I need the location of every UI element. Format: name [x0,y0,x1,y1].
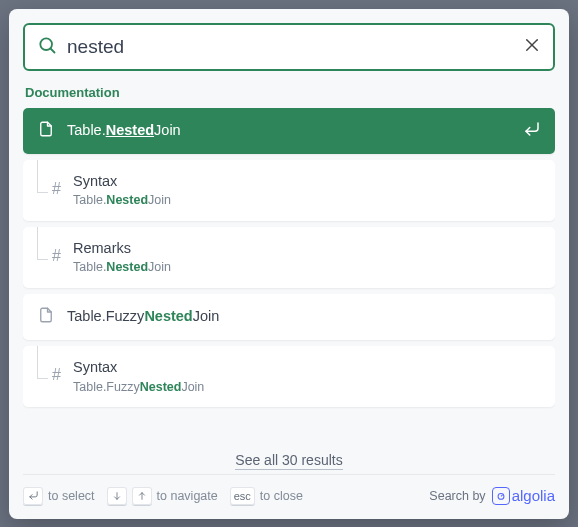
esc-key-icon: esc [230,487,255,505]
svg-line-1 [51,48,55,52]
result-item[interactable]: #RemarksTable.NestedJoin [23,227,555,288]
svg-point-6 [498,493,504,499]
result-breadcrumb: Table.FuzzyNestedJoin [73,379,541,395]
footer: to select to navigate esc to close Searc… [23,474,555,505]
hint-close: esc to close [230,487,303,505]
section-label: Documentation [25,85,553,100]
search-modal: Documentation Table.NestedJoin#SyntaxTab… [9,9,569,519]
result-item[interactable]: #SyntaxTable.NestedJoin [23,160,555,221]
hint-select: to select [23,487,95,505]
results-list: Table.NestedJoin#SyntaxTable.NestedJoin#… [23,108,555,438]
result-title: Syntax [73,172,541,191]
arrow-down-key-icon [107,487,127,505]
search-icon [37,35,57,59]
result-item[interactable]: Table.FuzzyNestedJoin [23,294,555,340]
enter-icon [523,120,541,142]
search-provider[interactable]: Search by algolia [429,487,555,505]
hash-icon: # [37,362,61,390]
file-icon [37,306,55,328]
result-title: Remarks [73,239,541,258]
enter-key-icon [23,487,43,505]
see-all-link[interactable]: See all 30 results [23,438,555,474]
file-icon [37,120,55,142]
svg-line-7 [501,494,503,496]
result-breadcrumb: Table.NestedJoin [73,259,541,275]
hint-navigate: to navigate [107,487,218,505]
result-item[interactable]: #SyntaxTable.FuzzyNestedJoin [23,346,555,407]
search-input[interactable] [67,36,513,58]
hash-icon: # [37,243,61,271]
algolia-icon [492,487,510,505]
arrow-up-key-icon [132,487,152,505]
result-title: Syntax [73,358,541,377]
hash-icon: # [37,176,61,204]
result-title: Table.FuzzyNestedJoin [67,307,541,326]
result-breadcrumb: Table.NestedJoin [73,192,541,208]
result-title: Table.NestedJoin [67,121,511,140]
result-item[interactable]: Table.NestedJoin [23,108,555,154]
clear-icon[interactable] [523,36,541,58]
search-bar [23,23,555,71]
